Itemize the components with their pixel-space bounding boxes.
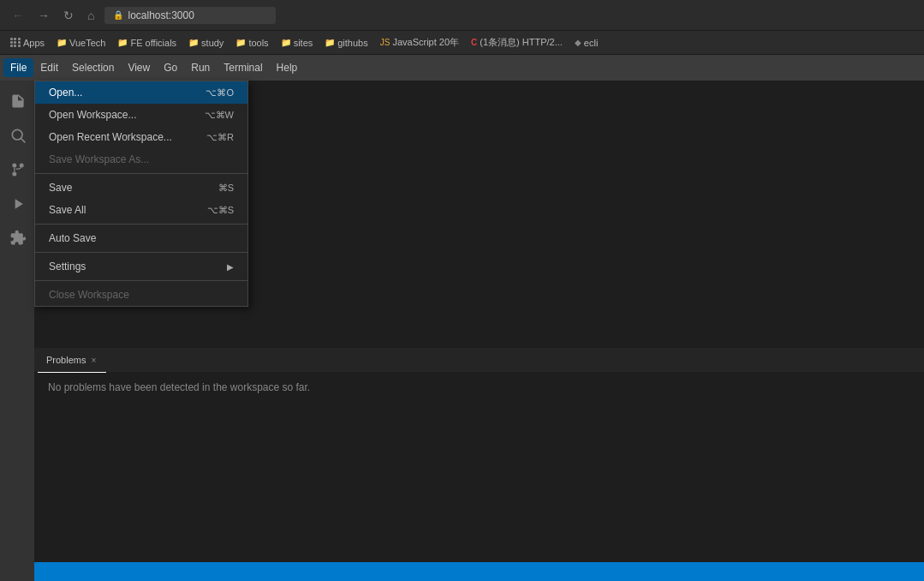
apps-bookmark[interactable]: Apps	[5, 36, 50, 50]
dropdown-separator-2	[35, 224, 247, 225]
apps-icon	[10, 38, 21, 48]
bookmark-label: JavaScript 20年	[392, 36, 459, 49]
menu-view[interactable]: View	[121, 58, 157, 77]
activity-bar	[0, 81, 34, 581]
menu-item-auto-save[interactable]: Auto Save	[35, 227, 247, 249]
bookmark-icon: C	[471, 38, 477, 47]
menu-go[interactable]: Go	[157, 58, 184, 77]
bookmark-icon: JS	[380, 38, 390, 47]
menu-item-close-workspace: Close Workspace	[35, 284, 247, 306]
refresh-button[interactable]: ↻	[60, 7, 77, 24]
menu-run[interactable]: Run	[184, 58, 217, 77]
explorer-icon[interactable]	[2, 86, 33, 117]
svg-point-0	[12, 129, 22, 140]
search-icon[interactable]	[2, 120, 33, 151]
apps-label: Apps	[23, 38, 45, 48]
folder-icon: 📁	[57, 38, 67, 47]
status-bar	[34, 562, 924, 581]
bookmark-fe-officials[interactable]: 📁 FE officials	[112, 36, 182, 50]
menu-item-open-recent-workspace-label: Open Recent Workspace...	[49, 131, 189, 143]
bookmark-tools[interactable]: 📁 tools	[230, 36, 273, 50]
panel: Problems × No problems have been detecte…	[34, 348, 924, 562]
bookmarks-bar: Apps 📁 VueTech 📁 FE officials 📁 study 📁 …	[0, 31, 924, 55]
menu-item-settings[interactable]: Settings ▶	[35, 255, 247, 278]
menu-item-save-workspace-as-label: Save Workspace As...	[49, 153, 234, 165]
settings-arrow-icon: ▶	[227, 262, 234, 272]
menu-help[interactable]: Help	[270, 58, 305, 77]
url-text: localhost:3000	[128, 9, 194, 21]
menu-item-open[interactable]: Open... ⌥⌘O	[35, 81, 247, 104]
tab-problems[interactable]: Problems ×	[38, 349, 106, 373]
menu-item-open-workspace[interactable]: Open Workspace... ⌥⌘W	[35, 104, 247, 126]
menu-terminal[interactable]: Terminal	[217, 58, 269, 77]
menu-item-save-all-shortcut: ⌥⌘S	[207, 205, 234, 216]
menu-item-save-label: Save	[49, 182, 201, 194]
extensions-icon[interactable]	[2, 223, 33, 254]
bookmark-http[interactable]: C (1条消息) HTTP/2...	[466, 34, 568, 51]
menu-item-auto-save-label: Auto Save	[49, 232, 234, 244]
bookmark-sites[interactable]: 📁 sites	[276, 36, 319, 50]
menu-item-open-shortcut: ⌥⌘O	[206, 87, 234, 99]
menu-selection[interactable]: Selection	[65, 58, 121, 77]
bookmark-label: study	[201, 38, 224, 48]
folder-icon: 📁	[188, 38, 199, 47]
folder-icon: 📁	[325, 38, 335, 47]
tab-problems-close[interactable]: ×	[89, 355, 98, 366]
menu-item-settings-label: Settings	[49, 261, 227, 273]
menu-item-open-label: Open...	[49, 87, 188, 99]
bookmark-icon: ◆	[575, 38, 581, 47]
bookmark-label: (1条消息) HTTP/2...	[480, 36, 563, 49]
lock-icon: 🔒	[113, 10, 123, 20]
bookmark-label: ecli	[584, 38, 599, 48]
bookmark-label: githubs	[337, 38, 367, 48]
menu-item-open-workspace-shortcut: ⌥⌘W	[205, 110, 234, 121]
panel-content: No problems have been detected in the wo…	[34, 373, 924, 562]
dropdown-separator-1	[35, 173, 247, 174]
folder-icon: 📁	[117, 38, 128, 47]
forward-button[interactable]: →	[34, 7, 53, 24]
panel-tabs: Problems ×	[34, 349, 924, 373]
bookmark-js[interactable]: JS JavaScript 20年	[375, 34, 464, 51]
menu-item-save-shortcut: ⌘S	[218, 183, 234, 194]
address-bar[interactable]: 🔒 localhost:3000	[104, 7, 276, 24]
dropdown-separator-4	[35, 280, 247, 281]
bookmark-githubs[interactable]: 📁 githubs	[319, 36, 373, 50]
menu-item-open-recent-workspace[interactable]: Open Recent Workspace... ⌥⌘R	[35, 126, 247, 148]
vscode-container: File Edit Selection View Go Run Terminal…	[0, 55, 924, 581]
bookmark-label: VueTech	[69, 38, 105, 48]
folder-icon: 📁	[281, 38, 291, 47]
browser-chrome: ← → ↻ ⌂ 🔒 localhost:3000	[0, 0, 924, 31]
menu-item-open-recent-workspace-shortcut: ⌥⌘R	[206, 132, 234, 143]
menu-bar: File Edit Selection View Go Run Terminal…	[0, 55, 924, 81]
menu-item-save[interactable]: Save ⌘S	[35, 177, 247, 199]
bookmark-label: tools	[248, 38, 268, 48]
menu-item-close-workspace-label: Close Workspace	[49, 289, 234, 301]
menu-item-open-workspace-label: Open Workspace...	[49, 109, 188, 121]
bookmark-label: sites	[294, 38, 313, 48]
bookmark-vuetech[interactable]: 📁 VueTech	[51, 36, 110, 50]
run-icon[interactable]	[2, 189, 33, 219]
menu-item-save-workspace-as: Save Workspace As...	[35, 148, 247, 171]
menu-edit[interactable]: Edit	[33, 58, 65, 77]
menu-file[interactable]: File	[3, 58, 33, 77]
back-button[interactable]: ←	[9, 7, 27, 24]
problems-message: No problems have been detected in the wo…	[48, 381, 310, 393]
bookmark-study[interactable]: 📁 study	[183, 36, 229, 50]
svg-point-2	[12, 172, 16, 177]
svg-line-1	[21, 139, 26, 143]
source-control-icon[interactable]	[2, 154, 33, 185]
menu-item-save-all[interactable]: Save All ⌥⌘S	[35, 199, 247, 221]
file-dropdown-menu: Open... ⌥⌘O Open Workspace... ⌥⌘W Open R…	[34, 81, 248, 307]
bookmark-label: FE officials	[130, 38, 176, 48]
menu-item-save-all-label: Save All	[49, 204, 190, 216]
tab-problems-label: Problems	[46, 355, 86, 365]
dropdown-separator-3	[35, 252, 247, 253]
bookmark-ecli[interactable]: ◆ ecli	[569, 36, 604, 50]
svg-point-4	[12, 164, 16, 168]
home-button[interactable]: ⌂	[84, 7, 98, 24]
folder-icon: 📁	[235, 38, 246, 47]
